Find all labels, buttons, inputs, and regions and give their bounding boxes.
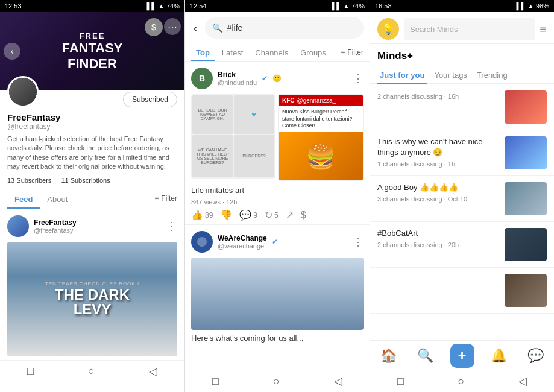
item-thumb-1: [505, 90, 547, 124]
comment-count: 9: [253, 211, 257, 220]
post-wearechange: WeAreChange @wearechange ✔ ⋮ Here's what…: [185, 225, 370, 350]
post-header-brick: B Brick @hindudindu ✔ 🙂 ⋮: [191, 68, 364, 89]
nav-home[interactable]: 🏠: [374, 341, 404, 370]
signal-icon: ▌▌: [146, 2, 156, 10]
tab-just-for-you[interactable]: Just for you: [377, 66, 427, 83]
post-item-1: FreeFantasy @freefantasy ⋮ TEN TEARS CHR…: [0, 209, 184, 361]
more-button-1[interactable]: ⋯: [164, 18, 181, 35]
search-bar[interactable]: 🔍 #life: [205, 17, 364, 39]
post-more-brick[interactable]: ⋮: [353, 72, 364, 85]
phone-back-btn-3[interactable]: ◁: [518, 375, 527, 388]
phone-square-btn-3[interactable]: □: [397, 375, 404, 388]
dislike-action[interactable]: 👎: [220, 209, 232, 221]
search-icon-2: 🔍: [212, 23, 222, 33]
tab-trending[interactable]: Trending: [474, 66, 510, 83]
minds-bulb-icon: 💡: [382, 22, 395, 36]
wifi-icon-3: ▲: [527, 2, 534, 10]
share-action[interactable]: ↗: [286, 209, 294, 221]
stack-icon[interactable]: ≡: [540, 22, 547, 36]
nav-search[interactable]: 🔍: [411, 341, 441, 370]
minds-item-5: [370, 268, 554, 314]
tab-top[interactable]: Top: [191, 43, 215, 61]
phone-home-btn-1[interactable]: ○: [88, 365, 95, 378]
item-text-4: #BobCatArt 2 channels discussing · 20h: [377, 228, 499, 248]
nav-chat[interactable]: 💬: [521, 341, 551, 370]
post-author-info: FreeFantasy @freefantasy: [34, 218, 77, 234]
back-button-1[interactable]: ‹: [4, 43, 20, 60]
time-1: 12:53: [5, 2, 22, 10]
time-3: 16:58: [375, 2, 392, 10]
nav-add[interactable]: +: [447, 341, 477, 370]
minds-item-1: 2 channels discussing · 16h: [370, 84, 554, 130]
status-icons-3: ▌▌ ▲ 98%: [516, 2, 549, 10]
post-more-wac[interactable]: ⋮: [353, 235, 364, 248]
tab-about[interactable]: About: [40, 189, 75, 209]
hero-fantasy: FANTASY: [61, 40, 122, 56]
phone-back-btn-1[interactable]: ◁: [149, 365, 157, 378]
status-icons-2: ▌▌ ▲ 74%: [332, 2, 365, 10]
tab-feed[interactable]: Feed: [7, 189, 40, 209]
post-media-brick: BEHOLD, OUR NEWEST AD CAMPAIGN. 🐦 WE CAN…: [191, 94, 364, 181]
channel-description: Get a hand-picked selection of the best …: [7, 134, 177, 172]
post-text-wac: Here's what's coming for us all...: [191, 334, 364, 343]
bell-icon: 🔔: [491, 348, 507, 364]
post-actions-brick: 👍 89 👎 💬 9 ↻ 5 ↗ $: [191, 209, 364, 221]
minds-search-bar[interactable]: Search Minds: [404, 18, 535, 40]
status-icons-1: ▌▌ ▲ 74%: [146, 2, 180, 10]
add-button[interactable]: +: [450, 344, 474, 368]
minds-item-3: A good Boy 👍👍👍👍 3 channels discussing · …: [370, 176, 554, 222]
comment-action[interactable]: 💬 9: [239, 209, 257, 221]
comic-cell-3: WE CAN HAVE THIS WILL HELP US SELL MORE …: [192, 135, 233, 178]
panel-freefantasy: 12:53 ▌▌ ▲ 74% FREE FANTASY FINDER ‹ $ ⋯…: [0, 0, 184, 392]
tip-icon: $: [301, 210, 306, 221]
filter-label-1: Filter: [161, 194, 177, 203]
tab-latest[interactable]: Latest: [217, 43, 248, 61]
subscribers-count: 13 Subscribers: [7, 177, 51, 184]
phone-square-btn-1[interactable]: □: [27, 365, 34, 378]
tab-your-tags[interactable]: Your tags: [432, 66, 469, 83]
coin-icon[interactable]: $: [145, 18, 163, 36]
comic-cell-4: BURGERS?: [234, 135, 274, 178]
burger-emoji: 🍔: [306, 142, 336, 171]
filter-tabs-2: Top Latest Channels Groups ≡ Filter: [185, 43, 370, 62]
phone-home-btn-3[interactable]: ○: [458, 375, 465, 388]
search-icon-nav: 🔍: [417, 348, 433, 364]
item-text-1: 2 channels discussing · 16h: [377, 90, 499, 100]
post-meta-brick: 847 views · 12h: [191, 198, 364, 206]
home-icon: 🏠: [380, 348, 397, 364]
phone-square-btn-2[interactable]: □: [212, 375, 219, 388]
smile-icon: 🙂: [272, 74, 282, 83]
nav-bell[interactable]: 🔔: [484, 341, 514, 370]
post-image-wac: [191, 258, 364, 330]
tab-groups[interactable]: Groups: [295, 43, 331, 61]
svg-point-0: [197, 237, 207, 247]
filter-label-2: Filter: [347, 48, 364, 57]
item-thumb-2: [505, 136, 547, 169]
minds-header: 💡 Search Minds ≡: [370, 12, 554, 44]
post-more-button[interactable]: ⋮: [166, 220, 177, 233]
tip-action[interactable]: $: [301, 210, 306, 221]
item-meta-2: 1 channels discussing · 1h: [377, 160, 499, 168]
phone-home-btn-2[interactable]: ○: [273, 375, 280, 388]
bottom-nav: 🏠 🔍 + 🔔 💬: [370, 340, 554, 370]
post-avatar-brick: B: [191, 68, 213, 89]
filter-button-1[interactable]: ≡ Filter: [154, 194, 177, 203]
minds-item-2: This is why we can't have nice things an…: [370, 130, 554, 176]
comic-cell-1: BEHOLD, OUR NEWEST AD CAMPAIGN.: [192, 95, 233, 134]
phone-back-btn-2[interactable]: ◁: [334, 375, 342, 388]
kfc-handle: @gennarizza_: [297, 97, 336, 104]
status-bar-1: 12:53 ▌▌ ▲ 74%: [0, 0, 184, 12]
post-author-wac: WeAreChange @wearechange: [218, 234, 267, 250]
book-overlay: TEN TEARS CHRONICLES BOOK I THE DARK LEV…: [7, 242, 177, 356]
subscribe-button[interactable]: Subscribed: [123, 92, 177, 107]
back-button-2[interactable]: ‹: [191, 19, 200, 37]
like-count: 89: [205, 211, 213, 220]
item-title-3: A good Boy 👍👍👍👍: [377, 182, 499, 193]
like-action[interactable]: 👍 89: [191, 209, 213, 221]
tab-channels[interactable]: Channels: [250, 43, 293, 61]
subscriptions-count: 11 Subscriptions: [61, 177, 110, 184]
filter-button-2[interactable]: ≡ Filter: [341, 48, 364, 57]
book-title-1: THE DARK: [55, 288, 130, 302]
repost-action[interactable]: ↻ 5: [265, 209, 279, 221]
kfc-burger-img: 🍔: [279, 132, 363, 180]
